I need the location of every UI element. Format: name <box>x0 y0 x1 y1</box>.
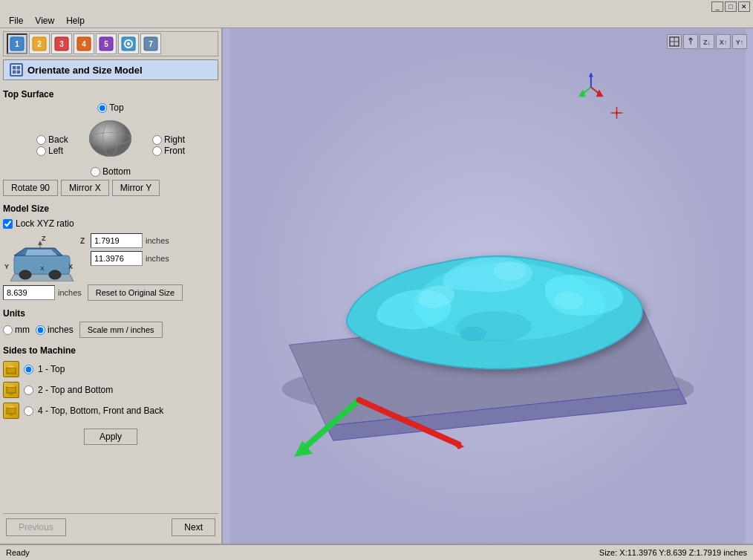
model-size-container: X X Y Z Z 1.7919 inches <box>3 233 218 281</box>
radio-inches[interactable] <box>36 325 45 335</box>
lock-xyz-checkbox[interactable] <box>3 219 13 229</box>
scale-mm-inches-button[interactable]: Scale mm / inches <box>79 322 163 338</box>
x-unit-label: inches <box>146 254 169 263</box>
svg-text:Z↓: Z↓ <box>703 39 711 46</box>
viewport-toolbar: Y Z↓ X↑ Y↑ <box>667 34 747 49</box>
vp-icon-3[interactable]: Z↓ <box>700 34 714 49</box>
radio-front[interactable] <box>152 146 162 156</box>
vp-icon-1[interactable] <box>667 34 682 49</box>
svg-rect-43 <box>15 408 16 414</box>
sides-label: Sides to Machine <box>3 345 218 356</box>
reset-size-button[interactable]: Reset to Original Size <box>88 284 183 301</box>
svg-text:2: 2 <box>37 40 42 48</box>
step-6-button[interactable] <box>118 33 139 54</box>
label-inches: inches <box>48 325 74 335</box>
step-3-button[interactable]: 3 <box>51 33 72 54</box>
menu-view[interactable]: View <box>29 16 60 26</box>
mirrorX-button[interactable]: Mirror X <box>61 180 109 196</box>
svg-point-25 <box>19 270 31 279</box>
step-1-button[interactable]: 1 <box>7 33 27 54</box>
svg-point-60 <box>460 327 486 342</box>
label-sides-2: 2 - Top and Bottom <box>38 385 113 395</box>
radio-top[interactable] <box>97 103 107 113</box>
menu-file[interactable]: File <box>3 16 29 26</box>
mirrorY-button[interactable]: Mirror Y <box>112 180 160 196</box>
z-input-row: Z 1.7919 inches <box>80 233 169 248</box>
svg-marker-40 <box>7 406 16 408</box>
z-value-input[interactable]: 1.7919 <box>91 233 143 248</box>
title-bar: _ □ ✕ <box>0 0 753 13</box>
svg-marker-35 <box>7 365 16 368</box>
status-coords: Size: X:11.3976 Y:8.639 Z:1.7919 inches <box>599 548 747 557</box>
svg-marker-41 <box>7 414 16 416</box>
size-inputs: Z 1.7919 inches 11.3976 inches <box>80 233 169 266</box>
svg-marker-37 <box>7 385 16 387</box>
y-unit-label: inches <box>58 288 82 297</box>
svg-rect-34 <box>7 368 16 374</box>
label-sides-4: 4 - Top, Bottom, Front and Back <box>38 406 163 416</box>
radio-right[interactable] <box>152 135 162 145</box>
close-button[interactable]: ✕ <box>738 1 750 12</box>
radio-sides-2[interactable] <box>24 385 33 395</box>
maximize-button[interactable]: □ <box>725 1 737 12</box>
inches-option: inches <box>36 325 74 335</box>
radio-mm[interactable] <box>3 325 13 335</box>
previous-button[interactable]: Previous <box>6 518 66 536</box>
apply-button[interactable]: Apply <box>84 429 137 445</box>
radio-back[interactable] <box>36 135 46 145</box>
y-input-row: 8.639 inches Reset to Original Size <box>3 284 218 301</box>
label-mm: mm <box>15 325 30 335</box>
svg-text:5: 5 <box>104 40 108 48</box>
svg-point-67 <box>616 111 619 114</box>
3d-scene <box>223 28 753 544</box>
step-5-button[interactable]: 5 <box>96 33 117 54</box>
svg-text:Z: Z <box>42 235 46 242</box>
3d-viewport: Y Z↓ X↑ Y↑ <box>223 28 753 544</box>
navigation-buttons: Previous Next <box>3 513 218 541</box>
radio-sides-1[interactable] <box>24 365 33 374</box>
lock-xyz-row: Lock XYZ ratio <box>3 218 218 229</box>
label-left: Left <box>48 146 63 156</box>
svg-point-12 <box>127 42 130 45</box>
status-bar: Ready Size: X:11.3976 Y:8.639 Z:1.7919 i… <box>0 544 753 560</box>
radio-bottom-container: Bottom <box>91 166 131 177</box>
vp-icon-4[interactable]: X↑ <box>716 34 731 49</box>
window-controls[interactable]: _ □ ✕ <box>711 1 750 12</box>
step-4-button[interactable]: 4 <box>74 33 94 54</box>
top-surface-label: Top Surface <box>3 89 218 100</box>
x-value-input[interactable]: 11.3976 <box>91 251 143 266</box>
sides-option-2: 2 - Top and Bottom <box>3 382 218 398</box>
sides-icon-2 <box>3 382 19 398</box>
vp-icon-5[interactable]: Y↑ <box>732 34 747 49</box>
left-panel: 1 2 3 4 <box>0 28 223 544</box>
units-row: mm inches Scale mm / inches <box>3 322 218 338</box>
label-right: Right <box>164 134 185 145</box>
svg-point-19 <box>90 121 131 157</box>
menu-help[interactable]: Help <box>60 16 91 26</box>
radio-left[interactable] <box>36 146 46 156</box>
main-container: 1 2 3 4 <box>0 28 753 544</box>
minimize-button[interactable]: _ <box>711 1 723 12</box>
radio-bottom[interactable] <box>91 167 100 177</box>
rotate90-button[interactable]: Rotate 90 <box>3 180 58 196</box>
step-2-button[interactable]: 2 <box>29 33 50 54</box>
radio-back-container: Back <box>36 134 68 145</box>
svg-rect-39 <box>7 408 16 414</box>
label-bottom: Bottom <box>102 166 131 177</box>
radio-sides-4[interactable] <box>24 406 33 416</box>
section-title-text: Orientate and Size Model <box>27 65 143 76</box>
svg-text:1: 1 <box>15 40 19 48</box>
sides-icon-4 <box>3 403 19 419</box>
label-back: Back <box>48 134 68 145</box>
next-button[interactable]: Next <box>172 518 215 536</box>
step-7-button[interactable]: 7 <box>140 33 161 54</box>
menu-bar: File View Help <box>0 13 753 28</box>
radio-left-container: Left <box>36 146 63 156</box>
svg-rect-36 <box>7 387 16 393</box>
y-value-input[interactable]: 8.639 <box>3 285 55 300</box>
model-size-label: Model Size <box>3 204 218 214</box>
orientation-widget: Top Back <box>36 102 185 177</box>
vp-icon-2[interactable]: Y <box>683 34 698 49</box>
svg-rect-42 <box>7 408 8 414</box>
z-axis-label: Z <box>80 237 88 245</box>
